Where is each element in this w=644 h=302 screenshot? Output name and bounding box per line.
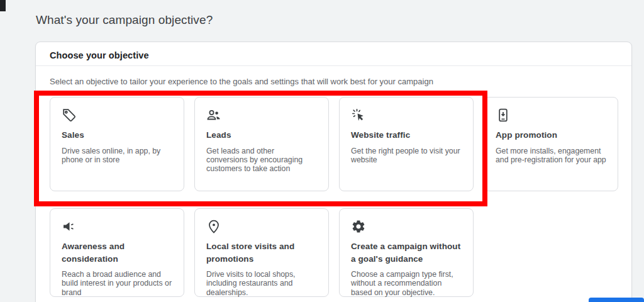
objective-card-awareness[interactable]: Awareness and consideration Reach a broa…: [50, 208, 184, 297]
objective-description: Drive sales online, in app, by phone or …: [62, 147, 173, 165]
panel-divider: [36, 65, 631, 66]
screen-corner-artifact: [0, 0, 6, 11]
objective-title: Leads: [206, 129, 318, 142]
objective-card-no-goal[interactable]: Create a campaign without a goal's guida…: [339, 208, 474, 297]
gear-icon: [351, 219, 366, 234]
objective-card-app-promotion[interactable]: App promotion Get more installs, engagem…: [484, 97, 618, 191]
objective-card-website-traffic[interactable]: Website traffic Get the right people to …: [339, 97, 474, 191]
page-title: What's your campaign objective?: [36, 13, 213, 27]
tag-icon: [62, 108, 77, 123]
continue-button[interactable]: [589, 298, 644, 302]
objective-title: Create a campaign without a goal's guida…: [351, 240, 462, 265]
people-icon: [206, 108, 221, 123]
objective-card-sales[interactable]: Sales Drive sales online, in app, by pho…: [50, 97, 184, 191]
cursor-click-icon: [351, 108, 366, 123]
objective-description: Get more installs, engagement and pre-re…: [496, 147, 607, 165]
phone-install-icon: [496, 108, 511, 123]
objective-title: Local store visits and promotions: [206, 240, 318, 265]
objective-panel: Choose your objective Select an objectiv…: [35, 42, 632, 302]
objective-title: Website traffic: [351, 129, 462, 142]
objective-description: Drive visits to local shops, including r…: [206, 270, 318, 297]
objective-title: Awareness and consideration: [62, 240, 173, 265]
megaphone-icon: [62, 219, 77, 234]
objective-description: Reach a broad audience and build interes…: [62, 270, 173, 297]
objective-description: Choose a campaign type first, without a …: [351, 270, 462, 297]
location-pin-icon: [206, 219, 221, 234]
objective-title: App promotion: [496, 129, 607, 142]
panel-subtitle: Select an objective to tailor your exper…: [50, 77, 433, 86]
objective-description: Get the right people to visit your websi…: [351, 147, 462, 165]
objective-cards-grid: Sales Drive sales online, in app, by pho…: [50, 97, 618, 297]
panel-header: Choose your objective: [50, 50, 149, 60]
objective-description: Get leads and other conversions by encou…: [206, 147, 318, 174]
objective-card-local-store[interactable]: Local store visits and promotions Drive …: [194, 208, 329, 297]
objective-title: Sales: [62, 129, 173, 142]
objective-card-leads[interactable]: Leads Get leads and other conversions by…: [194, 97, 329, 191]
